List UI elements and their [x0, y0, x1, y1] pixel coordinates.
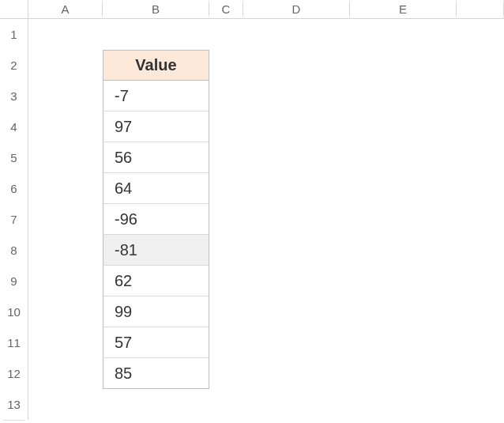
- cell[interactable]: [243, 173, 350, 204]
- cell[interactable]: [28, 204, 103, 235]
- row-header[interactable]: 2: [0, 50, 28, 81]
- table-data-cell[interactable]: 57: [103, 327, 209, 358]
- row-header[interactable]: 4: [0, 111, 28, 142]
- cell[interactable]: [243, 19, 350, 50]
- cell[interactable]: [243, 142, 350, 173]
- cell[interactable]: [243, 111, 350, 142]
- cell[interactable]: [350, 50, 457, 81]
- cell[interactable]: [457, 142, 504, 173]
- cell[interactable]: [350, 358, 457, 389]
- cell[interactable]: [457, 50, 504, 81]
- table-data-cell[interactable]: 62: [103, 266, 209, 296]
- row-header[interactable]: 11: [0, 327, 28, 358]
- row-header[interactable]: 13: [0, 389, 28, 420]
- table-header-cell[interactable]: Value: [103, 50, 209, 81]
- cell[interactable]: [103, 19, 209, 50]
- cell[interactable]: [457, 204, 504, 235]
- cell[interactable]: [209, 266, 243, 296]
- table-data-cell[interactable]: 64: [103, 173, 209, 204]
- cell[interactable]: [209, 327, 243, 358]
- cell[interactable]: [209, 358, 243, 389]
- cell[interactable]: [457, 19, 504, 50]
- cell[interactable]: [28, 111, 103, 142]
- cell[interactable]: [350, 173, 457, 204]
- cell[interactable]: [28, 173, 103, 204]
- cell[interactable]: [243, 327, 350, 358]
- row-header[interactable]: 8: [0, 235, 28, 266]
- cell[interactable]: [28, 266, 103, 296]
- cell[interactable]: [243, 204, 350, 235]
- row-header[interactable]: 12: [0, 358, 28, 389]
- row-header[interactable]: 5: [0, 142, 28, 173]
- cell[interactable]: [457, 111, 504, 142]
- column-header[interactable]: B: [103, 0, 209, 19]
- cell[interactable]: [457, 173, 504, 204]
- cell[interactable]: [103, 389, 209, 420]
- cell[interactable]: [243, 296, 350, 327]
- cell[interactable]: [209, 173, 243, 204]
- row-header[interactable]: 6: [0, 173, 28, 204]
- cell[interactable]: [28, 19, 103, 50]
- cell[interactable]: [28, 296, 103, 327]
- cell[interactable]: [28, 389, 103, 420]
- spreadsheet-grid[interactable]: ABCDE12Value3-74975566647-968-8196210991…: [0, 0, 504, 420]
- cell[interactable]: [28, 50, 103, 81]
- cell[interactable]: [350, 204, 457, 235]
- cell[interactable]: [350, 81, 457, 111]
- cell[interactable]: [209, 235, 243, 266]
- table-data-cell[interactable]: -81: [103, 235, 209, 266]
- cell[interactable]: [28, 358, 103, 389]
- table-data-cell[interactable]: -7: [103, 81, 209, 111]
- select-all-corner[interactable]: [0, 0, 28, 19]
- cell[interactable]: [457, 235, 504, 266]
- cell[interactable]: [350, 327, 457, 358]
- cell[interactable]: [209, 296, 243, 327]
- column-header[interactable]: A: [28, 0, 103, 19]
- table-data-cell[interactable]: 99: [103, 296, 209, 327]
- cell[interactable]: [457, 266, 504, 296]
- cell[interactable]: [243, 81, 350, 111]
- table-data-cell[interactable]: 97: [103, 111, 209, 142]
- cell[interactable]: [28, 81, 103, 111]
- cell[interactable]: [243, 389, 350, 420]
- row-header[interactable]: 1: [0, 19, 28, 50]
- cell[interactable]: [209, 142, 243, 173]
- cell[interactable]: [350, 19, 457, 50]
- cell[interactable]: [209, 19, 243, 50]
- cell[interactable]: [350, 142, 457, 173]
- cell[interactable]: [28, 235, 103, 266]
- cell[interactable]: [350, 296, 457, 327]
- cell[interactable]: [243, 50, 350, 81]
- cell[interactable]: [243, 235, 350, 266]
- cell[interactable]: [350, 111, 457, 142]
- row-header[interactable]: 9: [0, 266, 28, 296]
- cell[interactable]: [350, 266, 457, 296]
- column-header[interactable]: E: [350, 0, 457, 19]
- cell[interactable]: [28, 142, 103, 173]
- cell[interactable]: [243, 266, 350, 296]
- cell[interactable]: [209, 389, 243, 420]
- table-data-cell[interactable]: 85: [103, 358, 209, 389]
- cell[interactable]: [209, 204, 243, 235]
- cell[interactable]: [209, 111, 243, 142]
- column-header[interactable]: [457, 0, 504, 19]
- row-header[interactable]: 3: [0, 81, 28, 111]
- cell[interactable]: [209, 50, 243, 81]
- cell[interactable]: [209, 81, 243, 111]
- cell[interactable]: [243, 358, 350, 389]
- cell[interactable]: [28, 327, 103, 358]
- row-header[interactable]: 10: [0, 296, 28, 327]
- cell[interactable]: [350, 235, 457, 266]
- cell[interactable]: [457, 358, 504, 389]
- cell[interactable]: [457, 389, 504, 420]
- cell[interactable]: [457, 81, 504, 111]
- cell[interactable]: [457, 296, 504, 327]
- row-header[interactable]: 7: [0, 204, 28, 235]
- table-data-cell[interactable]: -96: [103, 204, 209, 235]
- cell[interactable]: [457, 327, 504, 358]
- column-header[interactable]: D: [243, 0, 350, 19]
- cell[interactable]: [350, 389, 457, 420]
- column-header[interactable]: C: [209, 0, 243, 19]
- table-data-cell[interactable]: 56: [103, 142, 209, 173]
